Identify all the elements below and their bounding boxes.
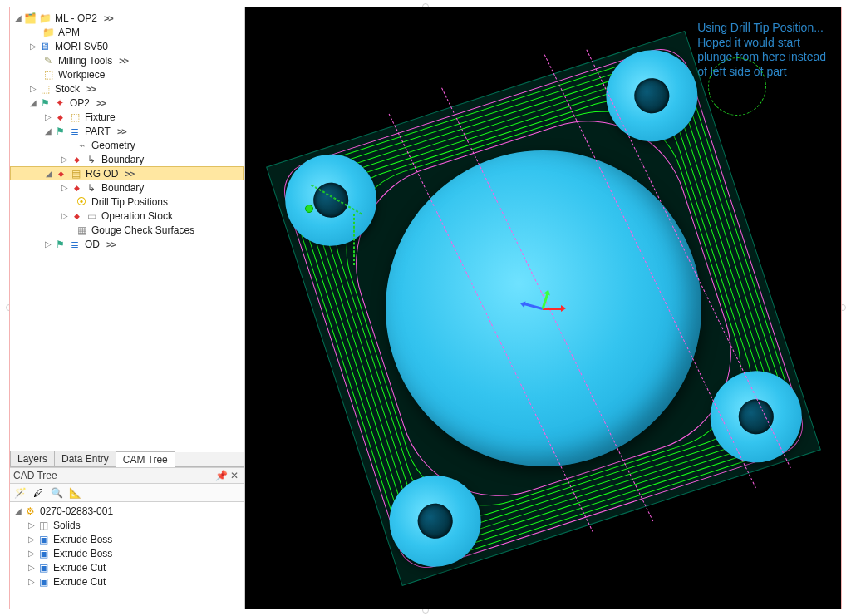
cad-item-extrude-boss-1[interactable]: ▷ ▣ Extrude Boss [10, 532, 244, 546]
toolbar-btn-1[interactable]: 🪄 [12, 485, 28, 501]
expand-icon[interactable]: ▷ [43, 112, 53, 122]
tab-cam-tree[interactable]: CAM Tree [116, 451, 175, 467]
cad-tree-title: CAD Tree [13, 470, 214, 481]
tree-item-workpiece[interactable]: ⬚ Workpiece [10, 67, 244, 81]
expand-chevrons[interactable]: >> [96, 98, 106, 108]
viewport-3d[interactable]: Using Drill Tip Position... Hoped it wou… [245, 7, 841, 609]
cad-item-extrude-cut-2[interactable]: ▷ ▣ Extrude Cut [10, 574, 244, 589]
modified-icon: ◆ [53, 111, 66, 124]
solids-icon: ◫ [37, 519, 50, 532]
feature-icon: ▣ [37, 547, 50, 560]
layers-icon: ≣ [68, 238, 81, 251]
axes-icon: ✦ [53, 96, 66, 110]
tab-layers[interactable]: Layers [10, 451, 55, 466]
tree-item-boundary-2[interactable]: ▷ ◆ ↳ Boundary [10, 180, 244, 195]
tree-label: OD [83, 239, 100, 250]
tree-item-op2[interactable]: ◢ ⚑ ✦ OP2 >> [10, 96, 244, 110]
collapse-icon[interactable]: ◢ [43, 126, 53, 136]
cad-tree-panel: CAD Tree 📌 ✕ 🪄 🖊 🔍 📐 ◢ ⚙ 0270-02883-001 [10, 467, 244, 609]
cad-root[interactable]: ◢ ⚙ 0270-02883-001 [10, 504, 244, 518]
bolt-hole [629, 73, 673, 117]
expand-icon[interactable]: ▷ [60, 155, 70, 165]
pin-icon[interactable]: 📌 [214, 469, 228, 482]
toolbar-btn-3[interactable]: 🔍 [48, 485, 65, 501]
tree-item-od[interactable]: ▷ ⚑ ≣ OD >> [10, 237, 244, 251]
collapse-icon[interactable]: ◢ [28, 98, 38, 108]
feature-icon: ▣ [37, 575, 50, 589]
tree-label: Solids [52, 520, 81, 531]
toolbar-btn-4[interactable]: 📐 [66, 485, 83, 501]
modified-icon: ◆ [70, 181, 83, 195]
tree-item-geometry[interactable]: ⌁ Geometry [10, 138, 244, 152]
cad-item-solids[interactable]: ▷ ◫ Solids [10, 518, 244, 532]
expand-icon[interactable]: ▷ [27, 520, 37, 530]
modified-icon: ◆ [70, 153, 83, 166]
tree-label: Extrude Boss [52, 534, 112, 545]
expand-chevrons[interactable]: >> [86, 84, 96, 94]
expand-chevrons[interactable]: >> [117, 126, 126, 136]
tree-label: Operation Stock [100, 210, 173, 222]
expand-chevrons[interactable]: >> [119, 56, 128, 66]
expand-icon[interactable]: ▷ [43, 239, 53, 249]
tree-item-gouge-check[interactable]: ▦ Gouge Check Surfaces [10, 223, 244, 237]
flag-icon: ⚑ [53, 238, 66, 251]
tree-label: RG OD [84, 168, 118, 180]
cad-item-extrude-boss-2[interactable]: ▷ ▣ Extrude Boss [10, 546, 244, 560]
expand-icon[interactable]: ▷ [27, 535, 37, 545]
bolt-hole [308, 178, 352, 222]
expand-icon[interactable]: ▷ [27, 577, 37, 587]
tree-item-part[interactable]: ◢ ⚑ ≣ PART >> [10, 124, 244, 138]
tree-label: Boundary [100, 154, 144, 165]
tree-root-mlop2[interactable]: ◢ 🗂️ 📁 ML - OP2 >> [10, 11, 244, 25]
expand-icon[interactable]: ▷ [27, 549, 37, 559]
bolt-hole [413, 499, 457, 543]
feature-icon: ▣ [37, 561, 50, 574]
app-frame: ◢ 🗂️ 📁 ML - OP2 >> 📁 APM ▷ 🖥 MORI SV50 ✎ [9, 7, 842, 609]
axis-x-icon [543, 308, 563, 310]
bolt-hole [734, 394, 778, 438]
op-icon: ⚑ [38, 96, 52, 110]
tree-label: Extrude Cut [52, 576, 106, 588]
modified-icon: ◆ [54, 167, 67, 180]
expand-chevrons[interactable]: >> [104, 13, 113, 23]
boundary-icon: ↳ [85, 153, 98, 166]
op-rough-icon: ▤ [69, 167, 82, 180]
boundary-icon: ↳ [85, 181, 98, 195]
expand-chevrons[interactable]: >> [125, 169, 134, 179]
cube-icon: ⬚ [68, 111, 81, 124]
tree-item-operation-stock[interactable]: ▷ ◆ ▭ Operation Stock [10, 209, 244, 223]
tree-label: Workpiece [57, 69, 105, 81]
expand-icon[interactable]: ▷ [28, 84, 38, 94]
tree-tabs: Layers Data Entry CAM Tree [10, 452, 244, 467]
cad-tree-body[interactable]: ◢ ⚙ 0270-02883-001 ▷ ◫ Solids ▷ ▣ Extrud… [10, 502, 244, 609]
toolbar-btn-2[interactable]: 🖊 [30, 485, 47, 501]
machine-icon: 🖥 [38, 40, 52, 53]
tree-item-milling-tools[interactable]: ✎ Milling Tools >> [10, 53, 244, 67]
expand-chevrons[interactable]: >> [106, 239, 116, 249]
tree-item-drill-tip[interactable]: ⦿ Drill Tip Positions [10, 195, 244, 209]
tree-item-mori[interactable]: ▷ 🖥 MORI SV50 [10, 39, 244, 53]
expand-icon[interactable]: ▷ [28, 42, 38, 52]
collapse-icon[interactable]: ◢ [13, 506, 23, 516]
geometry-icon: ⌁ [75, 139, 88, 152]
collapse-icon[interactable]: ◢ [13, 13, 23, 23]
cad-tree-header[interactable]: CAD Tree 📌 ✕ [10, 467, 244, 484]
tree-item-stock[interactable]: ▷ ⬚ Stock >> [10, 81, 244, 96]
tree-label: Fixture [83, 111, 116, 123]
tree-label: Geometry [90, 140, 135, 151]
collapse-icon[interactable]: ◢ [44, 169, 54, 179]
expand-icon[interactable]: ▷ [60, 183, 70, 193]
gear-icon: ⚙ [23, 505, 37, 518]
tree-item-apm[interactable]: 📁 APM [10, 25, 244, 39]
tree-item-rg-od[interactable]: ◢ ◆ ▤ RG OD >> [10, 166, 244, 180]
tree-item-fixture[interactable]: ▷ ◆ ⬚ Fixture [10, 110, 244, 124]
close-icon[interactable]: ✕ [228, 469, 241, 482]
cad-item-extrude-cut-1[interactable]: ▷ ▣ Extrude Cut [10, 560, 244, 574]
tree-label: Gouge Check Surfaces [90, 224, 194, 236]
expand-icon[interactable]: ▷ [60, 211, 70, 221]
tree-item-boundary-1[interactable]: ▷ ◆ ↳ Boundary [10, 152, 244, 166]
expand-icon[interactable]: ▷ [27, 563, 37, 573]
cam-tree[interactable]: ◢ 🗂️ 📁 ML - OP2 >> 📁 APM ▷ 🖥 MORI SV50 ✎ [10, 7, 244, 452]
cube-icon: ⬚ [38, 82, 52, 96]
tab-data-entry[interactable]: Data Entry [54, 451, 116, 466]
